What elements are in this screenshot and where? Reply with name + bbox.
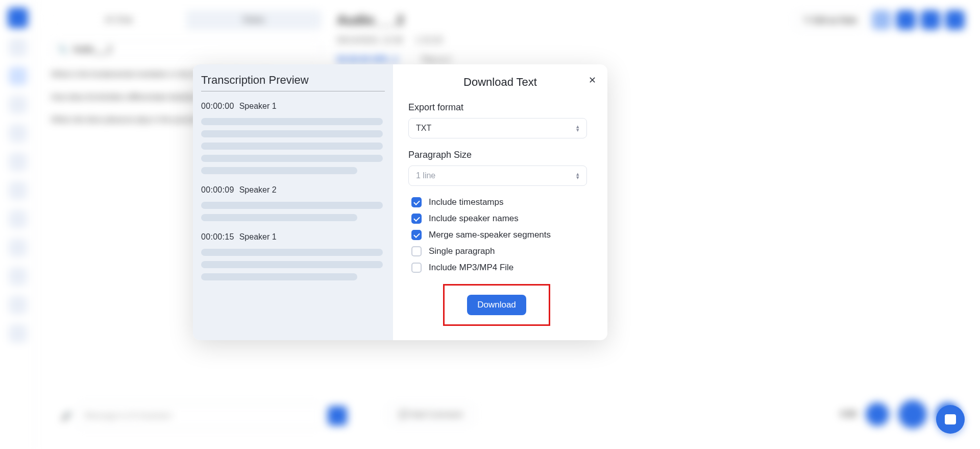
action-badge-1[interactable] [872, 10, 891, 30]
document-title: Audio___2 [337, 12, 404, 28]
sidebar [0, 0, 36, 449]
export-format-select[interactable]: TXT ▴▾ [408, 118, 587, 138]
select-caret-icon: ▴▾ [576, 172, 579, 179]
checkbox-row: Merge same-speaker segments [411, 230, 592, 240]
paragraph-size-select[interactable]: 1 line ▴▾ [408, 166, 587, 186]
export-format-label: Export format [408, 102, 592, 113]
chat-doc-chip[interactable]: 📎 Audio___2 [51, 40, 322, 59]
checkbox-2[interactable] [411, 230, 422, 240]
checkbox-4[interactable] [411, 263, 422, 273]
placeholder-line [201, 249, 383, 256]
sidebar-item-11[interactable] [9, 324, 27, 343]
segment-speaker: Speaker 2 [239, 185, 277, 194]
segment-speaker: Speaker 1 [239, 232, 277, 241]
checkbox-row: Include MP3/MP4 File [411, 263, 592, 273]
segment-header: 00:00:00Speaker 1 [201, 102, 385, 111]
checkbox-0[interactable] [411, 197, 422, 207]
tab-ai-chat[interactable]: AI Chat [51, 10, 186, 30]
action-badge-3[interactable] [921, 10, 940, 30]
action-badge-2[interactable] [896, 10, 916, 30]
action-badge-4[interactable] [945, 10, 965, 30]
app-logo [8, 8, 28, 28]
sidebar-item-4[interactable] [9, 124, 27, 143]
transcription-preview-panel: Transcription Preview 00:00:00Speaker 10… [193, 64, 393, 340]
checkbox-label: Merge same-speaker segments [429, 230, 551, 240]
placeholder-line [201, 118, 383, 125]
sidebar-item-9[interactable] [9, 267, 27, 286]
download-text-modal: Transcription Preview 00:00:00Speaker 10… [193, 64, 607, 340]
placeholder-line [201, 261, 383, 268]
segment-header: 00:00:15Speaker 1 [201, 232, 385, 242]
paragraph-size-value: 1 line [416, 171, 435, 180]
select-caret-icon: ▴▾ [576, 125, 579, 131]
placeholder-line [201, 214, 357, 221]
download-button[interactable]: Download [467, 295, 526, 315]
placeholder-line [201, 155, 383, 162]
rewind-button[interactable] [866, 403, 889, 426]
play-time: 0:00 [841, 410, 856, 419]
checkbox-row: Single paragraph [411, 246, 592, 256]
sidebar-item-10[interactable] [9, 296, 27, 314]
placeholder-line [201, 143, 383, 150]
placeholder-line [201, 273, 357, 280]
preview-segment: 00:00:15Speaker 1 [201, 232, 385, 280]
segment-timestamp: 00:00:09 [201, 185, 234, 194]
chat-input[interactable]: Message to AI Assistant [77, 403, 323, 429]
support-chat-bubble[interactable] [936, 405, 965, 434]
tab-notes[interactable]: Notes [186, 10, 322, 30]
placeholder-line [201, 202, 383, 209]
meta-duration: 1:15:25 [415, 36, 443, 45]
sidebar-item-5[interactable] [9, 153, 27, 171]
download-highlight-box: Download [443, 284, 550, 326]
add-comment-button[interactable]: 💬 Add Comment [388, 404, 474, 425]
modal-title: Download Text [408, 76, 592, 89]
sidebar-item-8[interactable] [9, 239, 27, 257]
checkbox-label: Include speaker names [429, 214, 519, 224]
edit-as-note-button[interactable]: ✎ Edit as Note [794, 11, 867, 30]
segment-speaker: Speaker 1 [239, 102, 277, 110]
sidebar-item-7[interactable] [9, 210, 27, 228]
sidebar-item-6[interactable] [9, 181, 27, 200]
preview-segment: 00:00:09Speaker 2 [201, 185, 385, 221]
preview-segment: 00:00:00Speaker 1 [201, 102, 385, 174]
checkbox-label: Include MP3/MP4 File [429, 263, 513, 273]
sidebar-item-1[interactable] [9, 38, 27, 57]
segment-timestamp: 00:00:15 [201, 232, 234, 241]
export-format-value: TXT [416, 124, 431, 133]
paragraph-size-label: Paragraph Size [408, 150, 592, 160]
checkbox-label: Include timestamps [429, 197, 503, 207]
checkbox-label: Single paragraph [429, 246, 495, 256]
sidebar-item-2[interactable] [9, 67, 27, 85]
chat-doc-name: Audio___2 [73, 45, 112, 54]
checkbox-row: Include timestamps [411, 197, 592, 207]
download-options-panel: ✕ Download Text Export format TXT ▴▾ Par… [393, 64, 607, 340]
sidebar-item-3[interactable] [9, 96, 27, 114]
placeholder-line [201, 167, 357, 174]
segment-header: 00:00:09Speaker 2 [201, 185, 385, 195]
close-icon[interactable]: ✕ [589, 76, 596, 85]
meta-date: 06/14/2024, 12:48 [337, 36, 403, 45]
preview-title: Transcription Preview [201, 74, 385, 91]
placeholder-line [201, 130, 383, 137]
checkbox-1[interactable] [411, 214, 422, 224]
play-button[interactable] [898, 400, 927, 429]
this-is-label: This is 2 [421, 55, 451, 64]
checkbox-row: Include speaker names [411, 214, 592, 224]
segment-timestamp: 00:00:00 [201, 102, 234, 110]
checkbox-3[interactable] [411, 246, 422, 256]
send-button[interactable] [328, 406, 347, 426]
speaker-chip[interactable]: 00:00:00 SPK_2 [337, 55, 398, 64]
